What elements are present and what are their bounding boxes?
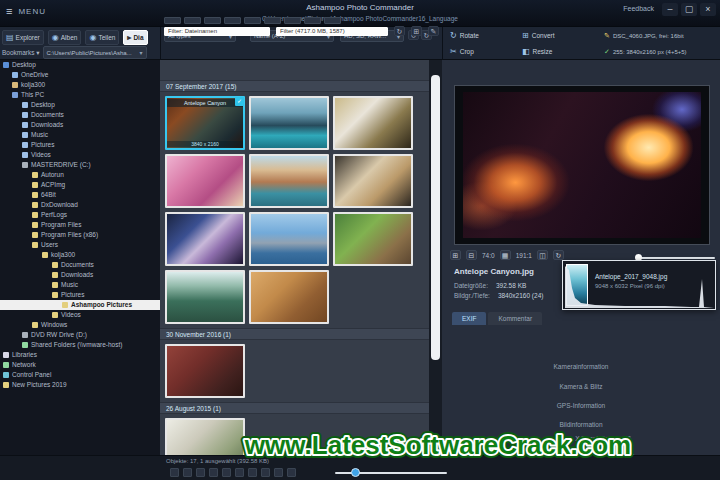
thumbnail[interactable]: [165, 270, 245, 324]
tree-item[interactable]: DVD RW Drive (D:): [0, 330, 160, 340]
tree-item[interactable]: Documents: [0, 110, 160, 120]
date-group-header[interactable]: 26 August 2015 (1): [160, 402, 429, 414]
rotate-preview-icon[interactable]: ↻: [553, 250, 564, 260]
thumbnail[interactable]: [165, 344, 245, 398]
thumbnail[interactable]: [249, 96, 329, 150]
view-button[interactable]: [209, 468, 218, 477]
tree-item[interactable]: Program Files (x86): [0, 230, 160, 240]
tree-item[interactable]: Pictures: [0, 290, 160, 300]
albums-button[interactable]: ◉ Alben: [48, 30, 82, 45]
thumbnail[interactable]: [333, 154, 413, 208]
tree-item[interactable]: New Pictures 2019: [0, 380, 160, 390]
tree-item[interactable]: Autorun: [0, 170, 160, 180]
filename-filter-input[interactable]: [164, 27, 270, 36]
close-button[interactable]: ×: [700, 3, 716, 16]
scrollbar-thumb[interactable]: [431, 75, 440, 360]
tree-item[interactable]: Music: [0, 130, 160, 140]
thumbnail[interactable]: [165, 154, 245, 208]
exif-section-gps[interactable]: GPS-Information: [442, 402, 720, 409]
maximize-button[interactable]: ▢: [681, 3, 697, 16]
size-chip[interactable]: [204, 17, 221, 24]
date-group-header[interactable]: 30 November 2016 (1): [160, 328, 429, 340]
size-chip[interactable]: [184, 17, 201, 24]
size-chip[interactable]: [304, 17, 321, 24]
exif-section-camera[interactable]: Kamerainformation: [442, 363, 720, 370]
tree-item[interactable]: Network: [0, 360, 160, 370]
preview-image[interactable]: [463, 92, 701, 238]
view-button[interactable]: [235, 468, 244, 477]
crop-button[interactable]: ✂ Crop: [446, 45, 512, 58]
zoom-fit-icon[interactable]: ⊞: [450, 250, 461, 260]
view-button[interactable]: [183, 468, 192, 477]
tree-item[interactable]: Libraries: [0, 350, 160, 360]
preview-zoom-slider[interactable]: [639, 257, 715, 259]
view-button[interactable]: [196, 468, 205, 477]
tree-item[interactable]: 64Bit: [0, 190, 160, 200]
size-chip[interactable]: [324, 17, 341, 24]
size-chip[interactable]: [224, 17, 241, 24]
bookmarks-dropdown[interactable]: Bookmarks ▾: [2, 49, 40, 57]
view-button[interactable]: [170, 468, 179, 477]
tree-item[interactable]: Pictures: [0, 140, 160, 150]
tree-item[interactable]: DxDownload: [0, 200, 160, 210]
tree-item[interactable]: Videos: [0, 150, 160, 160]
thumbnail-selected[interactable]: Antelope Canyon 3840 x 2160 ✓: [165, 96, 245, 150]
resize-button[interactable]: ◧ Resize: [518, 45, 598, 58]
tree-item[interactable]: Ashampoo Pictures: [0, 300, 160, 310]
date-group-header[interactable]: 07 September 2017 (15): [160, 80, 429, 92]
tree-item[interactable]: Program Files: [0, 220, 160, 230]
tree-item[interactable]: PerfLogs: [0, 210, 160, 220]
view-button[interactable]: [248, 468, 257, 477]
tree-item-label: Music: [61, 281, 78, 288]
zoom-out-icon[interactable]: ⊟: [466, 250, 477, 260]
minimize-button[interactable]: –: [662, 3, 678, 16]
thumbnail[interactable]: [165, 212, 245, 266]
scrollbar-track[interactable]: [429, 60, 442, 455]
tree-item[interactable]: Users: [0, 240, 160, 250]
panel-view-icon[interactable]: ▦: [500, 250, 511, 260]
thumbnail[interactable]: [249, 270, 329, 324]
tree-item-label: Shared Folders (\\vmware-host): [31, 341, 122, 348]
tree-item[interactable]: Downloads: [0, 120, 160, 130]
tree-item[interactable]: Desktop: [0, 100, 160, 110]
tree-item[interactable]: Downloads: [0, 270, 160, 280]
tree-item[interactable]: kolja300: [0, 80, 160, 90]
thumbnail[interactable]: [333, 212, 413, 266]
thumbnail[interactable]: [249, 212, 329, 266]
refresh-button[interactable]: ↻: [394, 26, 405, 36]
tree-item[interactable]: kolja300: [0, 250, 160, 260]
tree-item[interactable]: Shared Folders (\\vmware-host): [0, 340, 160, 350]
explorer-button[interactable]: ▤ Explorer: [2, 30, 44, 45]
path-combobox[interactable]: C:\Users\Public\Pictures\Asha... ▾: [43, 46, 147, 59]
thumbnail[interactable]: [333, 96, 413, 150]
size-chip[interactable]: [264, 17, 281, 24]
tree-item[interactable]: Control Panel: [0, 370, 160, 380]
tree-item[interactable]: Music: [0, 280, 160, 290]
tree-item[interactable]: Videos: [0, 310, 160, 320]
thumbnail[interactable]: [165, 418, 245, 455]
size-chip[interactable]: [284, 17, 301, 24]
view-button[interactable]: [222, 468, 231, 477]
info-filter-input[interactable]: [276, 27, 388, 36]
convert-button[interactable]: ⊞ Convert: [518, 29, 598, 42]
tree-item[interactable]: Windows: [0, 320, 160, 330]
tree-item[interactable]: Desktop: [0, 60, 160, 70]
wand-button[interactable]: ✎: [428, 26, 439, 36]
tree-item[interactable]: OneDrive: [0, 70, 160, 80]
split-view-icon[interactable]: ◫: [537, 250, 548, 260]
feedback-link[interactable]: Feedback: [623, 5, 654, 12]
grid-view-button[interactable]: ⊞: [411, 26, 422, 36]
size-chip[interactable]: [244, 17, 261, 24]
tree-item[interactable]: Documents: [0, 260, 160, 270]
thumbnail[interactable]: [249, 154, 329, 208]
tab-comment[interactable]: Kommentar: [488, 312, 542, 325]
rotate-button[interactable]: ↻ Rotate: [446, 29, 512, 42]
tree-item[interactable]: MASTERDRIVE (C:): [0, 160, 160, 170]
tree-item[interactable]: ACPImg: [0, 180, 160, 190]
tab-exif[interactable]: EXIF: [452, 312, 486, 325]
size-chip[interactable]: [164, 17, 181, 24]
tree-item[interactable]: This PC: [0, 90, 160, 100]
slideshow-button[interactable]: ▸ Dia: [123, 30, 147, 45]
share-button[interactable]: ◉ Teilen: [85, 30, 119, 45]
exif-section-flash[interactable]: Kamera & Blitz: [442, 383, 720, 390]
